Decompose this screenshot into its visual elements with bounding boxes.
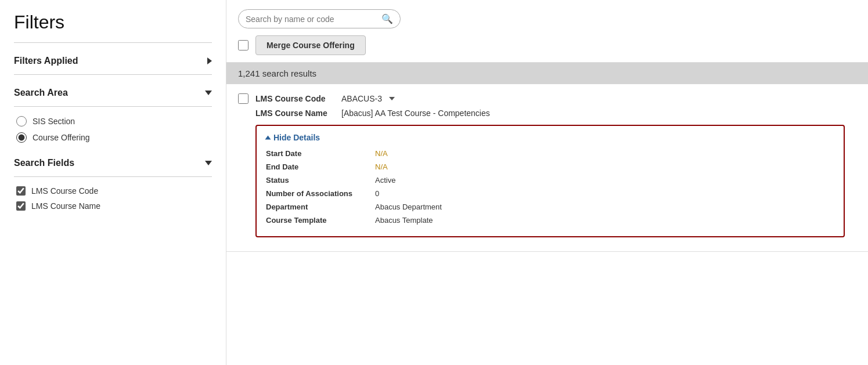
checkbox-lms-course-code-label: LMS Course Code [31,186,98,196]
num-associations-row: Number of Associations 0 [266,189,834,198]
filters-applied-label: Filters Applied [14,56,78,66]
chevron-down-icon-search-fields [205,161,212,165]
hide-details-arrow-icon [265,136,271,140]
radio-course-offering-label: Course Offering [33,133,90,142]
sidebar: Filters Filters Applied Search Area SIS … [0,0,226,365]
department-value: Abacus Department [375,203,442,211]
department-label: Department [266,203,370,211]
search-icon: 🔍 [381,13,393,24]
lms-code-expand-icon[interactable] [389,97,395,100]
filters-applied-header[interactable]: Filters Applied [14,50,212,72]
end-date-value: N/A [375,162,388,171]
start-date-row: Start Date N/A [266,149,834,158]
checkbox-lms-course-name[interactable]: LMS Course Name [16,201,212,211]
num-associations-label: Number of Associations [266,189,370,198]
chevron-down-icon-search-area [205,91,212,95]
search-area-header[interactable]: Search Area [14,82,212,104]
radio-sis-section-input[interactable] [16,116,27,127]
search-fields-checkbox-group: LMS Course Code LMS Course Name [14,184,212,220]
checkbox-lms-course-name-label: LMS Course Name [31,201,100,211]
lms-code-label: LMS Course Code [255,94,337,103]
top-bar: 🔍 Merge Course Offering [226,0,868,63]
lms-code-row: LMS Course Code ABACUS-3 [255,94,395,103]
hide-details-button[interactable]: Hide Details [266,133,320,142]
status-value: Active [375,176,395,185]
status-row: Status Active [266,176,834,185]
search-input[interactable] [246,15,381,24]
status-label: Status [266,176,370,185]
lms-name-row: LMS Course Name [Abacus] AA Test Course … [255,109,856,118]
department-row: Department Abacus Department [266,203,834,211]
radio-course-offering-input[interactable] [16,132,27,143]
details-box: Hide Details Start Date N/A End Date N/A… [255,125,845,237]
course-template-value: Abacus Template [375,216,433,225]
checkbox-lms-course-code-input[interactable] [16,186,26,196]
num-associations-value: 0 [375,189,379,198]
main-content: 🔍 Merge Course Offering 1,241 search res… [226,0,868,365]
start-date-value: N/A [375,149,388,158]
search-fields-label: Search Fields [14,158,74,168]
merge-checkbox[interactable] [238,40,248,50]
radio-sis-section[interactable]: SIS Section [16,116,212,127]
radio-course-offering[interactable]: Course Offering [16,132,212,143]
lms-name-value: [Abacus] AA Test Course - Competencies [341,109,490,118]
divider-4 [14,176,212,177]
divider-2 [14,74,212,75]
divider-3 [14,106,212,107]
chevron-right-icon [207,57,212,64]
checkbox-lms-course-code[interactable]: LMS Course Code [16,186,212,196]
search-fields-header[interactable]: Search Fields [14,152,212,174]
merge-course-offering-button[interactable]: Merge Course Offering [255,35,366,55]
search-area-radio-group: SIS Section Course Offering [14,114,212,152]
results-bar: 1,241 search results [226,63,868,84]
lms-name-label: LMS Course Name [255,109,337,118]
course-template-row: Course Template Abacus Template [266,216,834,225]
hide-details-label: Hide Details [273,133,320,142]
result-item-checkbox[interactable] [238,93,248,104]
results-count: 1,241 search results [238,68,316,78]
merge-row: Merge Course Offering [238,35,856,55]
results-list: LMS Course Code ABACUS-3 LMS Course Name… [226,84,868,365]
result-header: LMS Course Code ABACUS-3 [238,93,856,104]
search-box[interactable]: 🔍 [238,9,401,28]
end-date-label: End Date [266,162,370,171]
search-row: 🔍 [238,9,856,28]
radio-sis-section-label: SIS Section [33,117,75,126]
table-row: LMS Course Code ABACUS-3 LMS Course Name… [226,84,868,252]
course-template-label: Course Template [266,216,370,225]
checkbox-lms-course-name-input[interactable] [16,201,26,211]
filters-title: Filters [14,12,212,33]
divider-1 [14,42,212,43]
end-date-row: End Date N/A [266,162,834,171]
lms-code-value: ABACUS-3 [341,94,382,103]
search-area-label: Search Area [14,88,68,98]
start-date-label: Start Date [266,149,370,158]
